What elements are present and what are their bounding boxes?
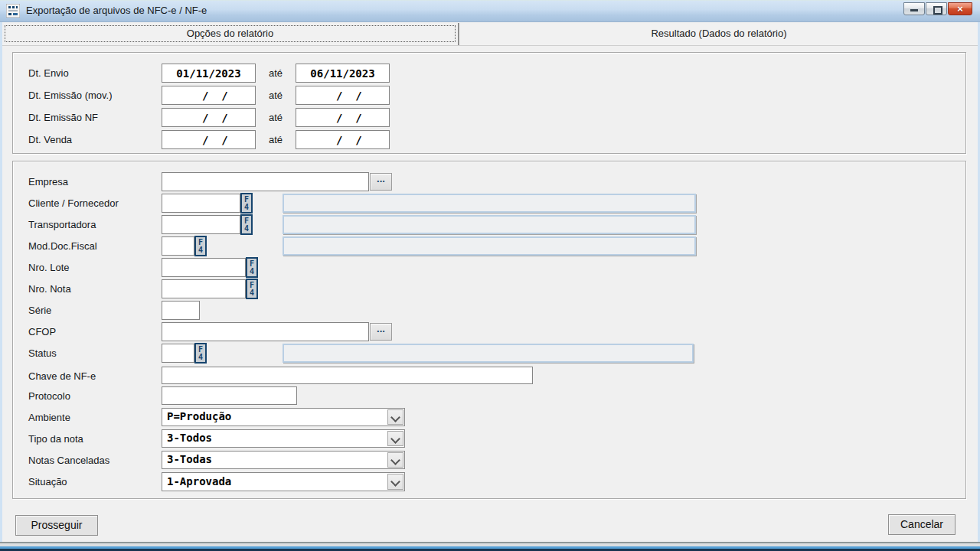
row-transportadora: Transportadora F4 xyxy=(13,215,965,234)
ellipsis-icon: ... xyxy=(377,323,385,334)
cfop-input[interactable] xyxy=(162,322,369,341)
chevron-down-icon xyxy=(390,477,400,487)
protocolo-input[interactable] xyxy=(162,386,297,405)
date-row-emissao-nf: Dt. Emissão NF até xyxy=(13,108,965,127)
dt-venda-from-input[interactable] xyxy=(162,130,256,149)
field-label: Ambiente xyxy=(28,408,70,427)
chevron-down-icon xyxy=(390,455,400,465)
field-label: Chave de NF-e xyxy=(28,367,96,386)
f4-icon[interactable]: F4 xyxy=(246,279,258,299)
field-label: Mod.Doc.Fiscal xyxy=(28,236,97,256)
status-descricao-field xyxy=(283,344,694,363)
close-icon: × xyxy=(949,3,972,15)
maximize-button[interactable] xyxy=(926,2,947,15)
ambiente-selected-value: P=Produção xyxy=(167,410,231,422)
dt-venda-to-input[interactable] xyxy=(296,130,390,149)
f4-icon[interactable]: F4 xyxy=(194,236,207,256)
dt-envio-from-input[interactable] xyxy=(162,64,256,83)
field-label: Situação xyxy=(28,472,67,491)
situacao-select[interactable]: 1-Aprovada xyxy=(162,472,405,491)
dt-emissao-nf-from-input[interactable] xyxy=(162,108,256,127)
notas-canceladas-select[interactable]: 3-Todas xyxy=(162,451,405,469)
field-label: Dt. Emissão NF xyxy=(28,108,98,127)
window-title: Exportação de arquivos de NFC-e / NF-e xyxy=(26,5,207,16)
nro-lote-input[interactable] xyxy=(162,258,246,277)
ambiente-select[interactable]: P=Produção xyxy=(162,408,405,426)
field-label: Série xyxy=(28,301,51,320)
field-label: Tipo da nota xyxy=(28,429,83,448)
row-notas-canceladas: Notas Canceladas 3-Todas xyxy=(13,451,965,470)
dt-emissao-nf-to-input[interactable] xyxy=(296,108,390,127)
window-border-left xyxy=(0,22,2,542)
chave-nfe-input[interactable] xyxy=(162,367,533,384)
tipo-da-nota-select[interactable]: 3-Todos xyxy=(162,429,405,448)
f4-icon[interactable]: F4 xyxy=(194,343,207,364)
dt-envio-to-input[interactable] xyxy=(296,64,390,83)
f4-icon[interactable]: F4 xyxy=(240,214,253,235)
f4-icon[interactable]: F4 xyxy=(246,257,258,278)
row-protocolo: Protocolo xyxy=(13,386,965,406)
filters-group: Empresa ... Cliente / Fornecedor F4 Tran… xyxy=(12,161,966,499)
until-label: até xyxy=(269,130,283,149)
cancelar-button[interactable]: Cancelar xyxy=(888,514,956,535)
empresa-input[interactable] xyxy=(162,172,369,191)
titlebar: Exportação de arquivos de NFC-e / NF-e × xyxy=(0,0,980,22)
minimize-button[interactable] xyxy=(903,2,925,15)
dt-emissao-mov-from-input[interactable] xyxy=(162,86,256,105)
field-label: Cliente / Fornecedor xyxy=(28,194,119,213)
mod-doc-fiscal-input[interactable] xyxy=(162,236,194,256)
row-empresa: Empresa ... xyxy=(13,172,965,191)
close-button[interactable]: × xyxy=(948,2,972,15)
restore-icon xyxy=(933,6,942,15)
field-label: Nro. Nota xyxy=(28,279,71,298)
row-cliente-fornecedor: Cliente / Fornecedor F4 xyxy=(13,194,965,213)
empresa-browse-button[interactable]: ... xyxy=(370,173,392,191)
cliente-descricao-field xyxy=(283,194,696,213)
field-label: Notas Canceladas xyxy=(28,451,109,470)
app-icon xyxy=(6,4,20,18)
date-row-emissao-mov: Dt. Emissão (mov.) até xyxy=(13,86,965,105)
f4-icon[interactable]: F4 xyxy=(240,193,253,214)
date-filters-group: Dt. Envio até Dt. Emissão (mov.) até Dt.… xyxy=(12,52,966,154)
dt-emissao-mov-to-input[interactable] xyxy=(296,86,390,105)
dropdown-button[interactable] xyxy=(387,431,403,446)
row-ambiente: Ambiente P=Produção xyxy=(13,408,965,427)
prosseguir-button[interactable]: Prosseguir xyxy=(15,515,98,536)
window-border-bottom xyxy=(0,542,980,551)
field-label: Empresa xyxy=(28,172,68,191)
transportadora-codigo-input[interactable] xyxy=(162,215,240,234)
field-label: CFOP xyxy=(28,322,56,341)
status-input[interactable] xyxy=(162,344,194,363)
transportadora-descricao-field xyxy=(283,215,696,234)
date-row-envio: Dt. Envio até xyxy=(13,64,965,83)
row-serie: Série xyxy=(13,301,965,320)
field-label: Dt. Venda xyxy=(28,130,72,149)
tipo-da-nota-selected-value: 3-Todos xyxy=(167,432,212,444)
field-label: Protocolo xyxy=(28,386,70,406)
row-status: Status F4 xyxy=(13,344,965,363)
row-nro-nota: Nro. Nota F4 xyxy=(13,279,965,298)
dropdown-button[interactable] xyxy=(387,452,403,468)
chevron-down-icon xyxy=(390,434,400,444)
dropdown-button[interactable] xyxy=(387,409,403,425)
tab-resultado[interactable]: Resultado (Dados do relatório) xyxy=(460,23,978,44)
cliente-codigo-input[interactable] xyxy=(162,194,240,213)
tab-opcoes-do-relatorio[interactable]: Opções do relatório xyxy=(2,23,458,44)
row-mod-doc-fiscal: Mod.Doc.Fiscal F4 xyxy=(13,236,965,256)
row-cfop: CFOP ... xyxy=(13,322,965,341)
chevron-down-icon xyxy=(390,412,400,422)
row-chave-nfe: Chave de NF-e xyxy=(13,367,965,386)
until-label: até xyxy=(269,108,283,127)
minimize-icon xyxy=(910,9,918,11)
cfop-browse-button[interactable]: ... xyxy=(370,323,392,341)
row-nro-lote: Nro. Lote F4 xyxy=(13,258,965,277)
tabstrip: Opções do relatório Resultado (Dados do … xyxy=(2,23,978,46)
notas-canceladas-selected-value: 3-Todas xyxy=(167,453,212,465)
ellipsis-icon: ... xyxy=(377,173,385,184)
mod-doc-fiscal-descricao-field xyxy=(283,236,696,256)
nro-nota-input[interactable] xyxy=(162,279,246,298)
dropdown-button[interactable] xyxy=(387,474,403,490)
serie-input[interactable] xyxy=(162,301,200,320)
field-label: Status xyxy=(28,344,57,363)
field-label: Dt. Envio xyxy=(28,64,69,83)
